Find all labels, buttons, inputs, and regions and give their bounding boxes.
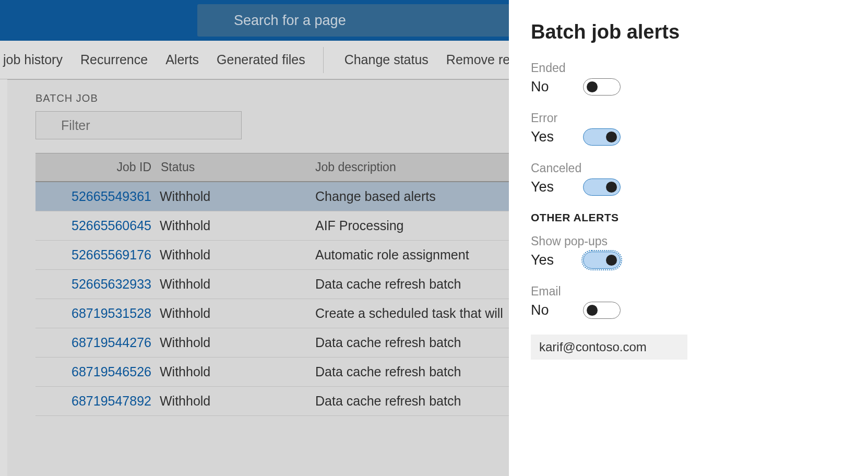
toggle-group: ErrorYes [531,111,868,146]
flyout-title: Batch job alerts [531,21,868,43]
toggle-value: Yes [531,129,583,145]
toggle-switch[interactable] [583,302,621,319]
cell-job-id[interactable]: 52665569176 [35,247,160,263]
toggle-knob [606,255,617,266]
toggle-group: EndedNo [531,61,868,96]
toggle-switch[interactable] [583,128,621,146]
toggle-label: Email [531,284,868,299]
cell-job-id[interactable]: 52665560645 [35,218,160,233]
alerts-flyout: Batch job alerts EndedNoErrorYesCanceled… [509,0,868,476]
action-job-history[interactable]: job history [3,52,63,67]
cell-status: Withhold [160,306,315,321]
cell-job-id[interactable]: 68719544276 [35,335,160,350]
cell-status: Withhold [160,394,315,409]
search-input[interactable]: Search for a page [197,4,563,37]
cell-job-id[interactable]: 52665632933 [35,277,160,292]
toggle-label: Canceled [531,161,868,175]
action-generated-files[interactable]: Generated files [217,52,305,67]
search-placeholder: Search for a page [234,13,346,29]
toggle-knob [587,81,598,92]
cell-status: Withhold [160,189,315,204]
section-title: BATCH JOB [35,92,98,104]
action-remove-rec[interactable]: Remove rec [446,52,517,67]
action-separator [323,47,324,73]
toggle-value: No [531,79,583,95]
toggle-knob [587,305,598,316]
toggle-knob [606,182,617,193]
cell-status: Withhold [160,364,315,379]
toggle-label: Error [531,111,868,125]
toggle-group: Show pop-upsYes [531,234,868,269]
toggle-group: EmailNo [531,284,868,319]
toggle-value: Yes [531,252,583,268]
toggle-switch[interactable] [583,252,621,269]
action-change-status[interactable]: Change status [344,52,429,67]
col-header-job-id[interactable]: Job ID [35,160,160,174]
col-header-status[interactable]: Status [160,160,315,174]
toggle-switch[interactable] [583,78,621,96]
action-recurrence[interactable]: Recurrence [80,52,148,67]
filter-placeholder: Filter [61,118,90,133]
cell-status: Withhold [160,218,315,233]
cell-status: Withhold [160,335,315,350]
cell-job-id[interactable]: 68719531528 [35,306,160,321]
toggle-switch[interactable] [583,178,621,196]
other-alerts-heading: OTHER ALERTS [531,211,868,224]
toggle-label: Ended [531,61,868,75]
toggle-value: Yes [531,179,583,195]
cell-status: Withhold [160,277,315,292]
cell-job-id[interactable]: 52665549361 [35,189,160,204]
toggle-label: Show pop-ups [531,234,868,248]
cell-job-id[interactable]: 68719546526 [35,364,160,379]
toggle-group: CanceledYes [531,161,868,196]
filter-input[interactable]: Filter [35,111,242,139]
email-field[interactable] [531,335,687,360]
toggle-value: No [531,302,583,318]
action-alerts[interactable]: Alerts [165,52,199,67]
toggle-knob [606,132,617,142]
cell-status: Withhold [160,247,315,263]
cell-job-id[interactable]: 68719547892 [35,394,160,409]
